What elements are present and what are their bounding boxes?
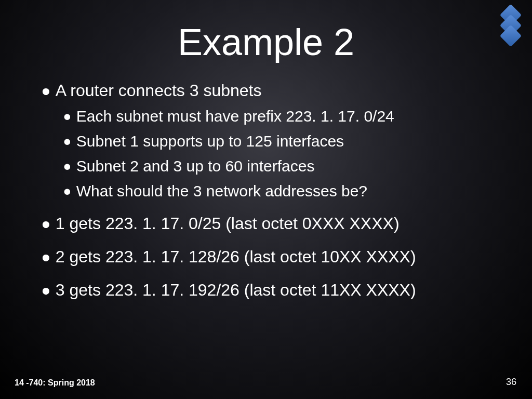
footer-page-number: 36 xyxy=(506,377,516,388)
bullet-subitem: • Each subnet must have prefix 223. 1. 1… xyxy=(63,105,501,128)
bullet-subitem: • Subnet 2 and 3 up to 60 interfaces xyxy=(63,155,501,178)
slide: Example 2 • A router connects 3 subnets … xyxy=(0,0,532,399)
bullet-dot-icon: • xyxy=(63,160,71,174)
bullet-subitem: • Subnet 1 supports up to 125 interfaces xyxy=(63,130,501,153)
bullet-dot-icon: • xyxy=(42,217,50,232)
bullet-dot-icon: • xyxy=(63,185,71,198)
bullet-dot-icon: • xyxy=(42,250,50,265)
bullet-item: • A router connects 3 subnets xyxy=(42,79,501,102)
bullet-dot-icon: • xyxy=(63,110,71,124)
bullet-dot-icon: • xyxy=(42,284,50,298)
spacer xyxy=(42,238,501,245)
slide-content: • A router connects 3 subnets • Each sub… xyxy=(42,79,501,301)
bullet-text: Each subnet must have prefix 223. 1. 17.… xyxy=(76,105,394,128)
bullet-text: Subnet 2 and 3 up to 60 interfaces xyxy=(76,155,315,178)
bullet-text: A router connects 3 subnets xyxy=(56,79,262,102)
bullet-item: • 3 gets 223. 1. 17. 192/26 (last octet … xyxy=(42,278,501,301)
bullet-text: What should the 3 network addresses be? xyxy=(76,180,367,203)
bullet-item: • 2 gets 223. 1. 17. 128/26 (last octet … xyxy=(42,245,501,268)
bullet-dot-icon: • xyxy=(63,135,71,149)
spacer xyxy=(42,271,501,278)
bullet-dot-icon: • xyxy=(42,84,50,99)
footer-course: 14 -740: Spring 2018 xyxy=(15,378,95,388)
bullet-subitem: • What should the 3 network addresses be… xyxy=(63,180,501,203)
slide-title: Example 2 xyxy=(31,21,501,63)
bullet-text: Subnet 1 supports up to 125 interfaces xyxy=(76,130,344,153)
bullet-text: 2 gets 223. 1. 17. 128/26 (last octet 10… xyxy=(56,245,416,268)
logo-icon xyxy=(499,6,523,43)
bullet-text: 1 gets 223. 1. 17. 0/25 (last octet 0XXX… xyxy=(56,212,400,235)
bullet-item: • 1 gets 223. 1. 17. 0/25 (last octet 0X… xyxy=(42,212,501,235)
spacer xyxy=(42,205,501,212)
bullet-text: 3 gets 223. 1. 17. 192/26 (last octet 11… xyxy=(56,278,416,301)
